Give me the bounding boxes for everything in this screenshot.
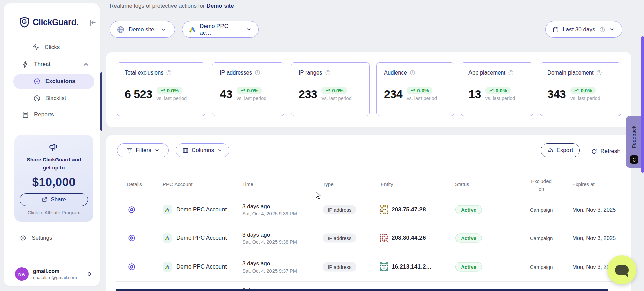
details-eye-icon[interactable] xyxy=(127,262,136,271)
funnel-icon xyxy=(126,147,133,154)
entity-value: 208.80.44.26 xyxy=(392,235,426,241)
sidebar-scrollbar[interactable] xyxy=(100,72,102,131)
gear-icon xyxy=(19,234,27,242)
stat-label: Domain placement xyxy=(547,69,594,76)
excluded-on-value: Campaign xyxy=(530,207,553,212)
help-circle-icon[interactable] xyxy=(166,70,172,76)
external-link-icon xyxy=(42,197,48,203)
exclusions-table-panel: Filters Columns Export Re xyxy=(106,135,631,291)
help-circle-icon[interactable] xyxy=(508,70,514,76)
sidebar-item-threat[interactable]: Threat xyxy=(22,61,50,68)
account-name: gmail.com xyxy=(33,268,77,274)
stat-value: 6 523 xyxy=(125,87,152,101)
stat-delta-value: 0.0% xyxy=(247,88,258,93)
help-circle-icon[interactable] xyxy=(255,70,260,76)
affiliate-promo-card[interactable]: Share ClickGuard and get up to $10,000 S… xyxy=(14,135,93,222)
columns-icon xyxy=(182,147,189,154)
stat-caption: vs. last period xyxy=(407,96,437,101)
megaphone-icon xyxy=(48,142,60,153)
excluded-on-value: Campaign xyxy=(530,235,553,241)
feedback-tab[interactable]: Feedback c: xyxy=(626,116,642,168)
share-button-label: Share xyxy=(51,196,66,203)
trend-up-icon xyxy=(240,88,245,93)
site-selector-value: Demo site xyxy=(129,26,154,33)
brand-logo[interactable]: ClickGuard. xyxy=(19,17,79,28)
google-ads-icon xyxy=(189,26,196,33)
column-header-type: Type xyxy=(323,181,334,187)
time-absolute: Sat, Oct 4, 2025 9:38 PM xyxy=(242,239,297,244)
column-header-details: Details xyxy=(127,181,142,187)
divider xyxy=(14,256,90,256)
stat-card-ip-ranges: IP ranges 233 0.0% vs. last period xyxy=(291,62,370,116)
stat-caption: vs. last period xyxy=(485,96,515,101)
affiliate-link[interactable]: Click to Affiliate Program xyxy=(14,210,93,215)
stat-value: 343 xyxy=(547,87,566,101)
stat-caption: vs. last period xyxy=(570,96,600,101)
page-subtitle-text: Realtime logs of protective actions for xyxy=(110,3,205,9)
status-badge: Active xyxy=(455,262,482,271)
help-circle-icon[interactable] xyxy=(596,70,602,76)
status-badge: Active xyxy=(455,233,482,242)
chevron-down-icon xyxy=(154,148,160,153)
chevron-down-icon xyxy=(161,27,166,32)
promo-text-line1: Share ClickGuard and xyxy=(14,156,93,164)
type-badge: IP address xyxy=(323,205,356,214)
sidebar-item-settings[interactable]: Settings xyxy=(19,234,52,242)
details-eye-icon[interactable] xyxy=(127,205,136,214)
expires-at-value: Mon, Nov 3, 2025 xyxy=(572,235,616,241)
entity-value: 16.213.141.2… xyxy=(392,263,432,270)
sidebar-item-reports[interactable]: Reports xyxy=(22,111,54,118)
column-header-expires-at: Expires at xyxy=(572,181,595,187)
sidebar-item-label: Threat xyxy=(34,61,50,68)
feedback-logo-icon: c: xyxy=(630,155,638,164)
help-circle-icon[interactable] xyxy=(325,70,331,76)
sidebar-item-blacklist[interactable]: Blacklist xyxy=(33,95,66,102)
horizontal-scrollbar[interactable] xyxy=(116,289,608,291)
cursor-click-icon xyxy=(33,44,40,51)
sidebar-item-label: Blacklist xyxy=(45,95,66,102)
time-absolute: Sat, Oct 4, 2025 9:37 PM xyxy=(242,268,297,273)
entity-identicon xyxy=(380,234,388,242)
filters-button[interactable]: Filters xyxy=(117,143,169,157)
account-switcher[interactable]: NA gmail.com naatali.ro@gmail.com xyxy=(15,266,92,282)
refresh-button[interactable]: Refresh xyxy=(586,144,626,158)
details-eye-icon[interactable] xyxy=(127,234,136,242)
trend-up-icon xyxy=(489,88,494,93)
date-range-selector[interactable]: Last 30 days xyxy=(545,21,622,38)
stat-card-ip-addresses: IP addresses 43 0.0% vs. last period xyxy=(212,62,284,116)
badge-check-icon xyxy=(33,78,41,85)
promo-amount: $10,000 xyxy=(14,175,93,189)
help-circle-icon[interactable] xyxy=(410,70,415,76)
share-button[interactable]: Share xyxy=(20,193,88,206)
time-absolute: Sat, Oct 4, 2025 9:39 PM xyxy=(242,211,297,216)
clickguard-shield-icon xyxy=(19,17,30,28)
stat-card-app-placement: App placement 13 0.0% vs. last period xyxy=(461,62,533,116)
sidebar-collapse-icon[interactable] xyxy=(88,18,97,27)
stat-card-domain-placement: Domain placement 343 0.0% vs. last perio… xyxy=(540,62,621,116)
table-row[interactable]: Demo PPC Account 3 days ago Sat, Oct 4, … xyxy=(106,252,631,281)
cloud-download-icon xyxy=(547,147,553,154)
columns-button[interactable]: Columns xyxy=(176,143,229,157)
site-selector[interactable]: Demo site xyxy=(110,21,175,38)
page-scrollbar[interactable] xyxy=(641,36,644,173)
chat-launcher-button[interactable] xyxy=(607,255,636,284)
feedback-label: Feedback xyxy=(626,121,642,153)
stat-value: 43 xyxy=(220,87,232,101)
entity-identicon xyxy=(380,205,388,214)
column-header-time: Time xyxy=(242,181,253,187)
entity-identicon xyxy=(380,262,388,271)
avatar: NA xyxy=(15,267,29,281)
table-row[interactable]: Demo PPC Account 3 days ago Sat, Oct 4, … xyxy=(106,224,631,252)
google-ads-icon xyxy=(163,262,172,272)
export-button[interactable]: Export xyxy=(541,143,580,157)
sidebar-item-label: Clicks xyxy=(45,44,60,51)
sidebar-item-clicks[interactable]: Clicks xyxy=(33,44,60,51)
ppc-account-selector[interactable]: Demo PPC ac… xyxy=(182,21,259,38)
stat-delta-value: 0.0% xyxy=(496,88,507,93)
sidebar-item-exclusions-content[interactable]: Exclusions xyxy=(33,78,76,85)
chevron-updown-icon xyxy=(86,270,92,278)
document-icon xyxy=(22,111,29,118)
ban-icon xyxy=(33,95,41,102)
table-row[interactable]: Demo PPC Account 3 days ago Sat, Oct 4, … xyxy=(106,196,631,224)
chevron-up-icon[interactable] xyxy=(83,61,89,68)
